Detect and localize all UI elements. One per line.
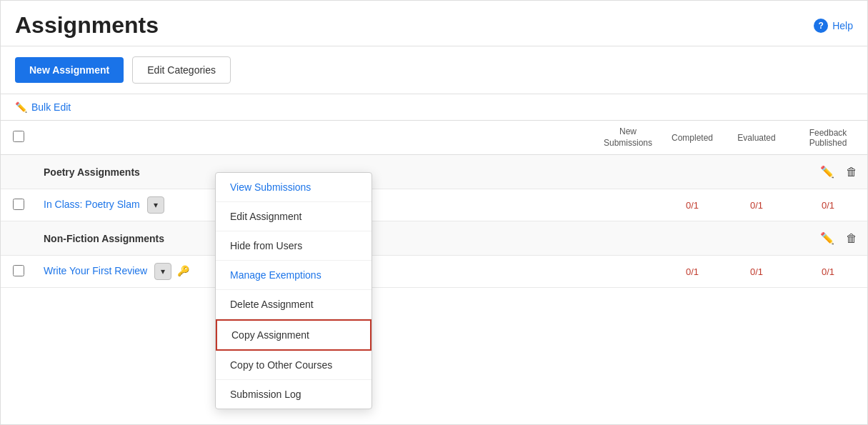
assignment-checkbox-cell (1, 256, 36, 288)
assignment-checkbox-cell (1, 189, 36, 221)
category-name-cell: Non-Fiction Assignments (36, 221, 789, 256)
table-row: In Class: Poetry Slam ▾ 0/1 0/1 0/1 (1, 189, 867, 221)
toolbar: New Assignment Edit Categories (1, 46, 867, 94)
th-evaluated: Evaluated (724, 121, 789, 155)
help-link[interactable]: ? Help (814, 19, 853, 33)
th-completed: Completed (660, 121, 724, 155)
evaluated-cell: 0/1 (724, 189, 789, 221)
table-row: Write Your First Review ▾ 🔑 0/1 0/1 0/1 (1, 256, 867, 288)
dropdown-item-edit-assignment[interactable]: Edit Assignment (216, 202, 371, 231)
category-checkbox-cell (1, 221, 36, 256)
new-submissions-cell (596, 256, 660, 288)
dropdown-item-submission-log[interactable]: Submission Log (216, 380, 371, 409)
table-header-row: NewSubmissions Completed Evaluated Feedb… (1, 121, 867, 155)
assignments-table: NewSubmissions Completed Evaluated Feedb… (1, 120, 867, 288)
feedback-published-cell: 0/1 (789, 256, 867, 288)
assignment-checkbox[interactable] (13, 265, 24, 276)
category-name: Poetry Assignments (44, 166, 140, 178)
pencil-icon: ✏️ (15, 101, 27, 113)
bulk-edit-label: Bulk Edit (31, 101, 71, 113)
context-dropdown-menu: View Submissions Edit Assignment Hide fr… (215, 172, 372, 409)
category-actions-cell: ✏️ 🗑 (789, 221, 867, 256)
dropdown-item-hide-from-users[interactable]: Hide from Users (216, 231, 371, 261)
category-name: Non-Fiction Assignments (44, 233, 164, 244)
page-container: Assignments ? Help New Assignment Edit C… (0, 0, 868, 425)
completed-cell: 0/1 (660, 189, 724, 221)
edit-category-button[interactable]: ✏️ (817, 229, 837, 248)
dropdown-item-manage-exemptions[interactable]: Manage Exemptions (216, 261, 371, 290)
assignment-link[interactable]: Write Your First Review (44, 265, 147, 276)
help-icon: ? (814, 19, 828, 33)
edit-category-button[interactable]: ✏️ (817, 162, 837, 181)
th-feedback-published: FeedbackPublished (789, 121, 867, 155)
dropdown-item-delete-assignment[interactable]: Delete Assignment (216, 290, 371, 319)
delete-category-button[interactable]: 🗑 (843, 229, 860, 248)
bulk-edit-row: ✏️ Bulk Edit (1, 94, 867, 120)
th-checkbox (1, 121, 36, 155)
dropdown-item-copy-assignment[interactable]: Copy Assignment (216, 319, 371, 351)
category-name-cell: Poetry Assignments (36, 155, 789, 189)
th-name (36, 121, 596, 155)
select-all-checkbox[interactable] (13, 131, 24, 142)
assignment-dropdown-button[interactable]: ▾ (147, 196, 164, 214)
table-row: Poetry Assignments ✏️ 🗑 (1, 155, 867, 189)
table-row: Non-Fiction Assignments ✏️ 🗑 (1, 221, 867, 256)
evaluated-cell: 0/1 (724, 256, 789, 288)
completed-cell: 0/1 (660, 256, 724, 288)
assignment-checkbox[interactable] (13, 199, 24, 210)
feedback-published-cell: 0/1 (789, 189, 867, 221)
delete-category-button[interactable]: 🗑 (843, 163, 860, 181)
edit-categories-button[interactable]: Edit Categories (132, 56, 231, 84)
dropdown-item-view-submissions[interactable]: View Submissions (216, 173, 371, 202)
bulk-edit-button[interactable]: ✏️ Bulk Edit (15, 101, 71, 113)
assignment-dropdown-button[interactable]: ▾ (154, 263, 171, 280)
page-title: Assignments (15, 12, 159, 39)
page-header: Assignments ? Help (1, 1, 867, 46)
help-label: Help (832, 20, 853, 31)
th-new-submissions: NewSubmissions (596, 121, 660, 155)
new-assignment-button[interactable]: New Assignment (15, 57, 124, 83)
dropdown-item-copy-to-other-courses[interactable]: Copy to Other Courses (216, 351, 371, 380)
new-submissions-cell (596, 189, 660, 221)
key-icon: 🔑 (177, 265, 189, 276)
category-actions-cell: ✏️ 🗑 (789, 155, 867, 189)
category-checkbox-cell (1, 155, 36, 189)
assignment-link[interactable]: In Class: Poetry Slam (44, 199, 140, 210)
